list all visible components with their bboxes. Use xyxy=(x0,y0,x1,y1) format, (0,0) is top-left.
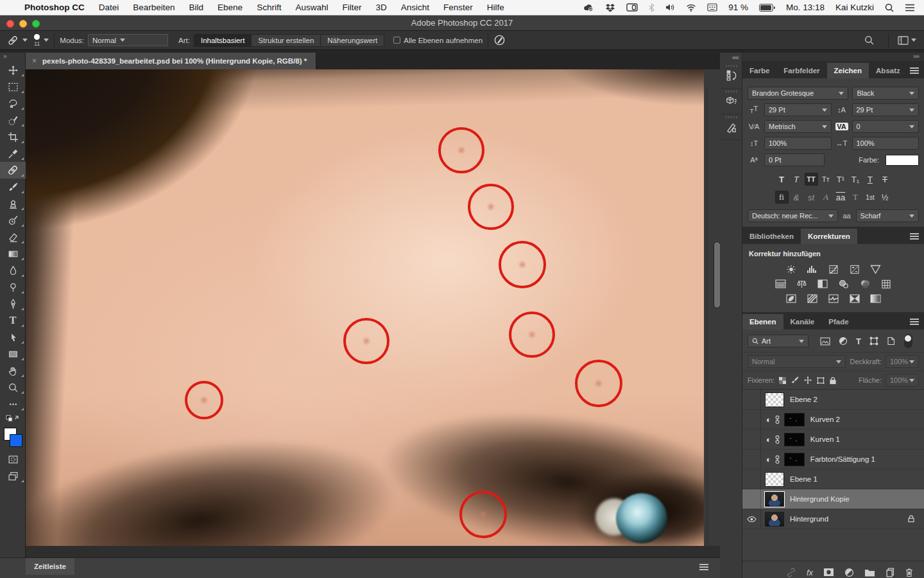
default-swap-colors-icon[interactable] xyxy=(0,412,26,425)
menubar-user[interactable]: Kai Kutzki xyxy=(835,3,874,12)
menu-3d[interactable]: 3D xyxy=(375,3,386,12)
faux-italic-button[interactable]: T xyxy=(790,173,803,186)
small-caps-button[interactable]: Tᴛ xyxy=(819,173,833,186)
swash-button[interactable]: A xyxy=(819,191,833,204)
posterize-icon[interactable] xyxy=(807,294,818,303)
visibility-toggle[interactable] xyxy=(742,390,761,409)
visibility-toggle[interactable] xyxy=(742,509,761,529)
blend-mode-dropdown[interactable]: Normal xyxy=(748,355,846,368)
brush-size-preview[interactable]: 11 xyxy=(34,34,40,47)
notification-center-icon[interactable] xyxy=(905,4,915,12)
close-document-icon[interactable]: × xyxy=(32,57,37,66)
color-lookup-icon[interactable] xyxy=(880,279,892,288)
history-brush-tool[interactable] xyxy=(0,212,26,229)
dodge-tool[interactable] xyxy=(0,279,26,295)
layer-row-hintergrund[interactable]: Hintergrund xyxy=(742,509,924,529)
mask-link-icon[interactable] xyxy=(774,415,780,425)
eraser-tool[interactable] xyxy=(0,229,26,245)
layer-style-icon[interactable]: fx xyxy=(807,568,813,577)
wifi-icon[interactable] xyxy=(686,4,696,12)
volume-icon[interactable] xyxy=(665,3,675,12)
titling-alternates-button[interactable]: T xyxy=(849,191,862,204)
input-source-icon[interactable] xyxy=(707,3,717,12)
lock-all-icon[interactable] xyxy=(829,376,837,385)
tab-bibliotheken[interactable]: Bibliotheken xyxy=(742,229,801,244)
kerning-dropdown[interactable]: Metrisch xyxy=(764,120,832,133)
subscript-button[interactable]: T₁ xyxy=(849,173,862,186)
dropbox-icon[interactable] xyxy=(605,3,615,12)
workspace-switcher-icon[interactable] xyxy=(898,36,909,45)
modus-dropdown[interactable]: Normal xyxy=(88,34,168,46)
document-tab[interactable]: × pexels-photo-428339_bearbeitet.psd bei… xyxy=(26,53,316,69)
font-size-dropdown[interactable]: 29 Pt xyxy=(764,103,832,116)
pen-tool[interactable] xyxy=(0,295,26,312)
spotlight-icon[interactable] xyxy=(885,3,894,12)
tracking-dropdown[interactable]: 0 xyxy=(852,120,920,133)
hue-saturation-icon[interactable] xyxy=(774,279,786,288)
bluetooth-icon[interactable] xyxy=(649,3,654,12)
hand-tool[interactable] xyxy=(0,362,26,379)
superscript-button[interactable]: T¹ xyxy=(834,173,848,186)
selective-color-icon[interactable] xyxy=(849,294,860,303)
layers-panel-menu-icon[interactable] xyxy=(910,317,919,326)
font-style-dropdown[interactable]: Black xyxy=(852,87,919,100)
visibility-toggle[interactable] xyxy=(742,489,761,509)
segment-struktur-erstellen[interactable]: Struktur erstellen xyxy=(252,35,321,46)
new-layer-icon[interactable] xyxy=(886,568,894,577)
tab-korrekturen[interactable]: Korrekturen xyxy=(801,229,857,244)
layer-thumbnail[interactable] xyxy=(765,472,784,487)
lasso-tool[interactable] xyxy=(0,95,26,112)
levels-icon[interactable] xyxy=(807,265,818,274)
filter-image-layers-icon[interactable] xyxy=(820,337,830,346)
screen-mode-icon[interactable] xyxy=(0,468,26,484)
visibility-toggle[interactable] xyxy=(742,469,761,489)
segment-inhaltsbasiert[interactable]: Inhaltsbasiert xyxy=(194,35,252,46)
rectangle-tool[interactable] xyxy=(0,346,26,362)
move-tool[interactable] xyxy=(0,62,26,78)
lock-artboard-icon[interactable] xyxy=(816,376,825,385)
menu-bearbeiten[interactable]: Bearbeiten xyxy=(133,3,175,12)
layer-filter-toggle[interactable] xyxy=(904,334,912,348)
menu-bild[interactable]: Bild xyxy=(189,3,204,12)
toolbar-expand-icon[interactable]: » xyxy=(0,53,25,62)
visibility-toggle[interactable] xyxy=(742,410,761,429)
character-panel-menu-icon[interactable] xyxy=(910,66,919,75)
tab-farbfelder[interactable]: Farbfelder xyxy=(776,63,826,78)
menu-fenster[interactable]: Fenster xyxy=(443,3,473,12)
link-layers-icon[interactable] xyxy=(786,568,796,577)
curves-icon[interactable] xyxy=(828,265,839,274)
layer-mask-thumbnail[interactable] xyxy=(784,413,805,426)
layer-thumbnail[interactable] xyxy=(765,392,784,407)
menu-datei[interactable]: Datei xyxy=(99,3,119,12)
layer-row-farbton[interactable]: ◐ Farbton/Sättigung 1 xyxy=(742,450,924,469)
visibility-toggle[interactable] xyxy=(742,450,761,469)
horizontal-scale-field[interactable]: 100% xyxy=(852,137,920,150)
discretionary-ligatures-button[interactable]: st xyxy=(805,191,818,204)
path-selection-tool[interactable] xyxy=(0,329,26,346)
layer-row-ebene1[interactable]: Ebene 1 xyxy=(742,469,924,489)
vertical-scrollbar[interactable] xyxy=(706,86,720,546)
ligatures-button[interactable]: fi xyxy=(775,191,789,204)
lock-position-icon[interactable] xyxy=(803,376,812,385)
antialias-dropdown[interactable]: Scharf xyxy=(856,209,919,222)
creative-cloud-icon[interactable] xyxy=(583,3,594,12)
layer-row-kurven2[interactable]: ◐ Kurven 2 xyxy=(742,410,924,430)
new-group-icon[interactable] xyxy=(864,568,875,577)
adjustments-panel-menu-icon[interactable] xyxy=(910,232,919,241)
timeline-menu-icon[interactable] xyxy=(699,563,708,572)
eyedropper-tool[interactable] xyxy=(0,145,26,162)
filter-smart-objects-icon[interactable] xyxy=(887,337,895,346)
filter-shape-layers-icon[interactable] xyxy=(869,337,878,346)
sample-all-layers-checkbox[interactable] xyxy=(393,37,400,44)
vibrance-icon[interactable] xyxy=(870,265,882,274)
stylistic-alternates-button[interactable]: aa xyxy=(834,191,848,204)
gradient-tool[interactable] xyxy=(0,245,26,262)
background-color-swatch[interactable] xyxy=(10,434,22,447)
clone-stamp-tool[interactable] xyxy=(0,195,26,212)
baseline-shift-field[interactable]: 0 Pt xyxy=(764,153,825,166)
lock-transparency-icon[interactable] xyxy=(778,376,787,385)
brush-tool[interactable] xyxy=(0,179,26,195)
leading-dropdown[interactable]: 29 Pt xyxy=(852,103,920,116)
tablet-pressure-icon[interactable] xyxy=(493,34,506,46)
all-caps-button[interactable]: TT xyxy=(805,173,818,186)
